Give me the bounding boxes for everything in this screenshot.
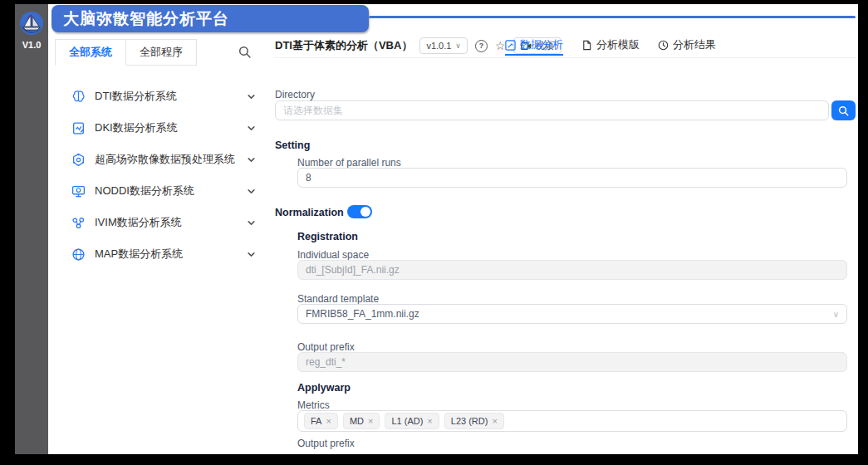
remove-tag-icon[interactable]: × [492,416,497,426]
chevron-down-icon: ∨ [455,42,461,50]
remove-tag-icon[interactable]: × [326,416,331,426]
reg-output-prefix-input [297,352,847,372]
parallel-runs-label: Number of parallel runs [297,157,401,169]
analysis-form: Directory Setting Number of parallel run… [274,57,856,454]
sidebar-item-label: 超高场弥散像数据预处理系统 [95,152,235,167]
registration-heading: Registration [297,231,358,242]
individual-space-label: Individual space [297,249,369,261]
metrics-tags-input[interactable]: FA×MD×L1 (AD)×L23 (RD)× [297,410,847,432]
main-pane: DTI基于体素的分析（VBA） v1.0.1 ∨ ? ☆ 视频 数据分析分析模版… [274,37,856,454]
sidebar-item[interactable]: MAP数据分析系统 [51,238,274,270]
edit-chart-icon [505,40,516,51]
chevron-down-icon[interactable] [247,250,256,259]
search-icon[interactable] [238,46,251,61]
analysis-tab-label: 分析模版 [596,37,640,52]
sidebar-item[interactable]: IVIM数据分析系统 [51,207,274,238]
sidebar-item-label: NODDI数据分析系统 [95,184,194,198]
sidebar-tab-0[interactable]: 全部系统 [55,39,126,66]
directory-input[interactable] [275,100,829,120]
metric-tag-label: L23 (RD) [451,416,488,426]
warp-output-prefix-label: Output prefix [297,438,355,449]
metric-tag-label: MD [350,416,364,426]
version-select-value: v1.0.1 [426,41,451,51]
sidebar-item[interactable]: NODDI数据分析系统 [51,175,274,207]
sidebar-item[interactable]: DTI数据分析系统 [51,81,274,112]
normalization-heading: Normalization [275,207,344,218]
ribbon-line [369,16,856,18]
chevron-down-icon[interactable] [247,92,256,101]
sidebar-item-label: MAP数据分析系统 [95,247,183,262]
chevron-down-icon[interactable] [247,187,256,196]
analysis-tab-2[interactable]: 分析结果 [658,37,716,56]
toggle-knob [360,207,370,217]
directory-search-button[interactable] [831,100,856,120]
analysis-tab-bar: 数据分析分析模版分析结果 [505,37,716,56]
molecule-icon [71,216,86,230]
standard-template-label: Standard template [297,293,379,305]
metric-tag-label: FA [311,416,321,426]
platform-title: 大脑弥散智能分析平台 [63,8,229,30]
individual-space-input [297,260,847,280]
analysis-tab-label: 分析结果 [673,37,716,52]
sidebar-item-label: IVIM数据分析系统 [95,215,182,230]
cube-icon [71,153,86,167]
parallel-runs-input[interactable] [297,168,847,188]
analysis-tab-0[interactable]: 数据分析 [505,37,563,56]
sidebar-item[interactable]: DKI数据分析系统 [51,112,274,144]
chevron-down-icon[interactable] [247,218,256,228]
clock-icon [658,40,669,51]
directory-row [275,100,856,120]
standard-template-select[interactable]: FMRIB58_FA_1mm.nii.gz ∨ [297,304,847,324]
normalization-toggle[interactable] [347,205,372,218]
platform-title-ribbon: 大脑弥散智能分析平台 [51,5,369,32]
directory-label: Directory [275,89,315,100]
setting-heading: Setting [275,140,310,151]
metric-tag: L1 (AD)× [385,413,439,429]
remove-tag-icon[interactable]: × [368,416,373,426]
search-icon [838,105,849,116]
sidebar-item[interactable]: 超高场弥散像数据预处理系统 [51,144,274,175]
sidebar-item-label: DKI数据分析系统 [95,120,178,135]
sidebar-tab-1[interactable]: 全部程序 [126,39,197,66]
metrics-label: Metrics [297,399,330,411]
standard-template-value: FMRIB58_FA_1mm.nii.gz [306,308,419,320]
document-icon [581,40,592,51]
app-window: V1.0 大脑弥散智能分析平台 全部系统全部程序 DTI数据分析系统DKI数据分… [0,0,868,465]
metric-tag-label: L1 (AD) [391,416,423,426]
remove-tag-icon[interactable]: × [427,416,432,426]
metric-tag: FA× [304,413,338,429]
app-version: V1.0 [22,40,42,50]
brand-rail: V1.0 [15,4,48,454]
analysis-tab-1[interactable]: 分析模版 [581,37,640,56]
brain-icon [71,90,86,104]
metric-tag: MD× [343,413,380,429]
chevron-down-icon[interactable] [247,155,256,164]
reg-output-prefix-label: Output prefix [297,341,355,353]
chevron-down-icon: ∨ [833,310,839,319]
analysis-title: DTI基于体素的分析（VBA） [275,38,412,53]
applywarp-heading: Applywarp [297,382,351,394]
star-icon[interactable]: ☆ [495,40,506,51]
system-list: DTI数据分析系统DKI数据分析系统超高场弥散像数据预处理系统NODDI数据分析… [51,81,274,270]
sphere-icon [71,247,86,262]
chevron-down-icon[interactable] [247,124,256,133]
monitor-icon [71,184,86,198]
analysis-tab-label: 数据分析 [520,37,563,52]
sailboat-logo [19,11,44,36]
sidebar-item-label: DTI数据分析系统 [95,89,177,104]
version-select[interactable]: v1.0.1 ∨ [419,37,468,54]
analysis-toolbar: DTI基于体素的分析（VBA） v1.0.1 ∨ ? ☆ 视频 数据分析分析模版… [274,37,856,58]
help-icon[interactable]: ? [475,40,488,52]
system-sidebar: 全部系统全部程序 DTI数据分析系统DKI数据分析系统超高场弥散像数据预处理系统… [51,39,274,454]
clipboard-icon [71,121,86,135]
metric-tag: L23 (RD)× [444,413,504,429]
app-surface: 大脑弥散智能分析平台 全部系统全部程序 DTI数据分析系统DKI数据分析系统超高… [48,4,858,454]
